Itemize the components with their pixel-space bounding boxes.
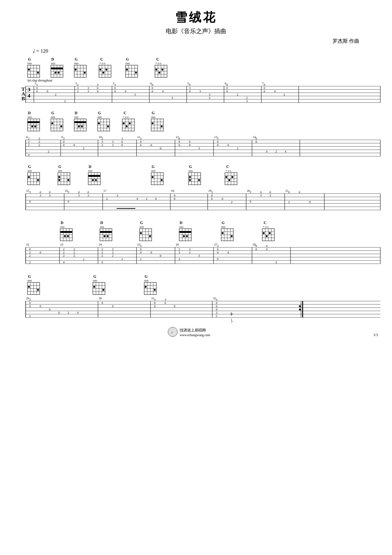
svg-text:G: G — [28, 165, 31, 169]
svg-text:ooo: ooo — [28, 62, 32, 65]
svg-text:3: 3 — [36, 83, 38, 87]
svg-text:0: 0 — [217, 140, 219, 143]
svg-text:4: 4 — [136, 197, 138, 200]
svg-text:ooo: ooo — [28, 279, 32, 282]
svg-point-10 — [37, 72, 39, 73]
svg-point-195 — [123, 122, 125, 124]
svg-text:3: 3 — [77, 86, 79, 90]
svg-text:0: 0 — [160, 254, 162, 257]
svg-text:5: 5 — [200, 89, 201, 93]
svg-text:3: 3 — [140, 137, 142, 140]
svg-text:0: 0 — [154, 301, 156, 305]
svg-point-566 — [145, 286, 147, 288]
svg-point-174 — [81, 125, 83, 127]
svg-text:B: B — [21, 95, 25, 101]
svg-text:3: 3 — [68, 190, 69, 194]
svg-text:3: 3 — [112, 140, 114, 143]
svg-point-567 — [154, 289, 156, 291]
composer: 罗杰斯 作曲 — [14, 38, 359, 45]
svg-text:2: 2 — [101, 254, 103, 257]
svg-rect-369 — [117, 208, 135, 209]
svg-point-68 — [162, 69, 163, 71]
svg-text:ooo: ooo — [126, 62, 130, 65]
svg-text:3: 3 — [217, 137, 219, 140]
svg-point-32 — [75, 69, 77, 71]
svg-text:× o o: × o o — [225, 169, 231, 172]
svg-text:0: 0 — [29, 304, 31, 308]
svg-text:6: 6 — [225, 81, 226, 85]
svg-text:G: G — [28, 274, 31, 278]
svg-text:0: 0 — [160, 146, 162, 150]
svg-text:G: G — [28, 57, 31, 61]
svg-text:0: 0 — [152, 86, 153, 90]
svg-text:0: 0 — [97, 89, 99, 93]
svg-text:3: 3 — [29, 298, 31, 301]
svg-text:2: 2 — [38, 137, 40, 140]
svg-text:2: 2 — [284, 93, 285, 96]
svg-text:2: 2 — [48, 150, 50, 153]
svg-text:2: 2 — [178, 247, 180, 251]
svg-text:0: 0 — [40, 190, 41, 194]
svg-point-342 — [231, 176, 233, 178]
svg-text:0: 0 — [211, 197, 213, 200]
svg-text:D: D — [28, 111, 31, 115]
svg-text:xxo: xxo — [60, 225, 64, 228]
svg-text:30: 30 — [99, 296, 102, 300]
svg-text:2: 2 — [101, 143, 103, 147]
svg-text:24: 24 — [99, 243, 102, 246]
svg-text:3: 3 — [134, 93, 136, 96]
svg-text:ooo: ooo — [151, 169, 155, 172]
svg-text:G: G — [93, 274, 96, 278]
svg-text:2: 2 — [64, 99, 66, 103]
svg-point-556 — [102, 289, 104, 291]
svg-text:0: 0 — [266, 247, 268, 251]
svg-text:0: 0 — [114, 89, 116, 93]
svg-text:15: 15 — [26, 189, 29, 192]
svg-text:0: 0 — [274, 89, 276, 93]
svg-text:0: 0 — [49, 308, 51, 311]
svg-text:3: 3 — [113, 81, 114, 85]
svg-text:xxo: xxo — [88, 169, 93, 172]
svg-text:xxo: xxo — [179, 225, 183, 228]
svg-text:2: 2 — [77, 83, 79, 87]
main-title: 雪绒花 — [14, 9, 378, 26]
svg-text:× o o: × o o — [100, 62, 105, 65]
svg-text:0: 0 — [178, 143, 180, 147]
svg-point-162 — [60, 125, 62, 127]
svg-text:2: 2 — [29, 251, 31, 254]
svg-point-445 — [183, 235, 185, 237]
svg-point-434 — [149, 235, 151, 237]
svg-point-609 — [299, 309, 301, 310]
svg-text:× o o: × o o — [155, 62, 161, 65]
svg-point-340 — [225, 176, 227, 178]
svg-point-184 — [98, 122, 100, 124]
svg-point-423 — [107, 235, 108, 237]
svg-text:xxo: xxo — [51, 62, 55, 65]
svg-text:0: 0 — [140, 140, 142, 143]
svg-text:0: 0 — [189, 89, 191, 93]
svg-text:3: 3 — [63, 137, 65, 140]
svg-text:0: 0 — [217, 143, 219, 147]
svg-point-468 — [266, 235, 268, 237]
svg-text:3: 3 — [216, 298, 217, 301]
svg-point-545 — [37, 289, 39, 291]
svg-text:2: 2 — [146, 197, 148, 200]
svg-text:1/1: 1/1 — [373, 333, 378, 337]
svg-text:3: 3 — [270, 194, 271, 197]
page: 雪绒花 电影《音乐之声》插曲 罗杰斯 作曲 ♩ = 120 G ooo D xx… — [0, 0, 392, 555]
svg-point-67 — [158, 72, 160, 73]
svg-text:0: 0 — [73, 143, 75, 147]
svg-text:3: 3 — [101, 140, 103, 143]
svg-text:3: 3 — [97, 83, 99, 87]
svg-text:17: 17 — [103, 189, 107, 192]
svg-text:3: 3 — [189, 86, 191, 90]
svg-text:0: 0 — [299, 190, 300, 194]
svg-text:0: 0 — [217, 247, 219, 251]
svg-point-295 — [67, 179, 69, 181]
svg-text:ooo: ooo — [93, 279, 97, 282]
svg-text:2: 2 — [112, 251, 114, 254]
svg-text:0: 0 — [162, 89, 164, 93]
svg-point-21 — [55, 72, 57, 73]
svg-text:www.echangwang.com: www.echangwang.com — [180, 333, 210, 337]
svg-text:0: 0 — [140, 247, 142, 251]
